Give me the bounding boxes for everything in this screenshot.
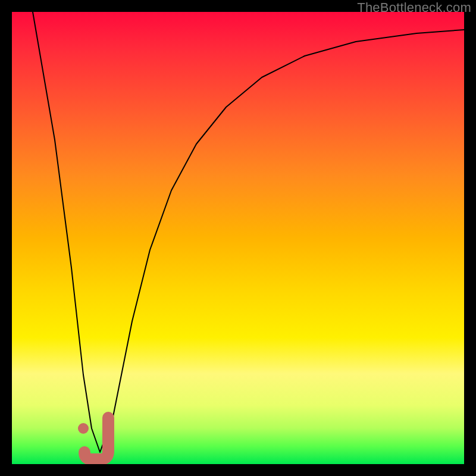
plot-area bbox=[12, 12, 464, 464]
bottleneck-curve bbox=[33, 12, 464, 452]
chart-frame: TheBottleneck.com bbox=[0, 0, 476, 476]
curve-min-dot bbox=[78, 423, 89, 434]
curve-min-marker-j bbox=[84, 418, 108, 459]
curve-layer bbox=[12, 12, 464, 464]
watermark-text: TheBottleneck.com bbox=[357, 0, 471, 15]
